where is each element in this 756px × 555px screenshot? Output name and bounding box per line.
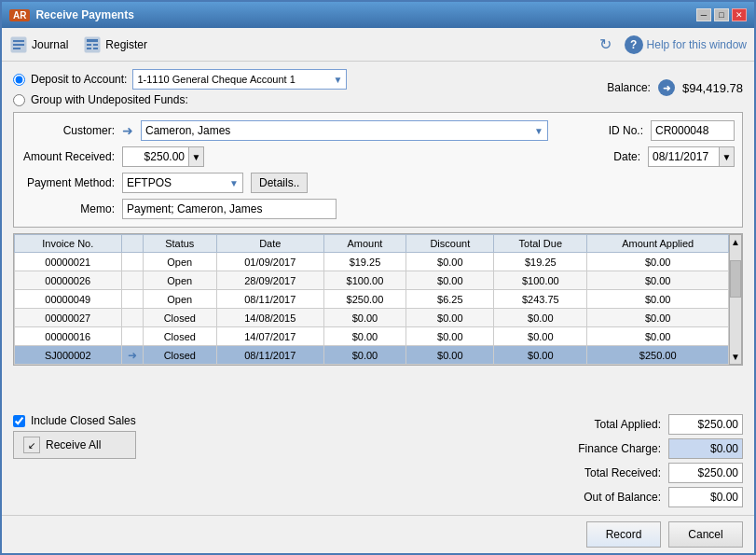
cell-invoice: 00000026 (15, 271, 122, 290)
customer-dropdown[interactable]: Cameron, James ▼ (141, 120, 548, 141)
deposit-section: Deposit to Account: 1-1110 General Chequ… (13, 69, 743, 106)
amount-label: Amount Received: (21, 150, 115, 163)
include-closed-checkbox[interactable] (13, 415, 25, 427)
cell-invoice: 00000027 (15, 309, 122, 327)
cell-amount-applied: $0.00 (587, 271, 729, 290)
help-icon: ? (625, 35, 643, 54)
account-value: 1-1110 General Cheque Account 1 (137, 74, 329, 85)
group-radio[interactable] (13, 94, 25, 106)
cell-date: 08/11/2017 (217, 346, 324, 365)
cell-discount: $0.00 (406, 346, 494, 365)
cell-amount-applied: $0.00 (587, 309, 729, 327)
date-input[interactable] (649, 150, 719, 163)
cell-amount: $0.00 (323, 346, 406, 365)
cell-arrow (121, 271, 143, 290)
cell-total-due: $0.00 (494, 309, 587, 327)
cell-discount: $6.25 (406, 290, 494, 309)
amount-field[interactable]: ▼ (122, 146, 204, 167)
svg-rect-7 (93, 44, 98, 46)
table-row[interactable]: 00000049 Open 08/11/2017 $250.00 $6.25 $… (15, 290, 729, 309)
table-row[interactable]: 00000026 Open 28/09/2017 $100.00 $0.00 $… (15, 271, 729, 290)
cell-amount: $0.00 (323, 309, 406, 327)
refresh-button[interactable]: ↻ (595, 34, 617, 56)
total-received-label: Total Received: (568, 466, 661, 479)
payment-dropdown-arrow: ▼ (229, 178, 239, 188)
finance-charge-value[interactable]: $0.00 (668, 438, 743, 459)
date-dropdown-arrow[interactable]: ▼ (719, 147, 734, 166)
svg-rect-5 (87, 39, 98, 42)
cell-status: Closed (143, 327, 217, 346)
total-applied-value: $250.00 (668, 414, 743, 435)
cell-arrow (121, 290, 143, 309)
amount-input[interactable] (123, 150, 188, 163)
include-closed-row[interactable]: Include Closed Sales (13, 414, 136, 427)
cell-arrow (121, 253, 143, 271)
scrollbar-thumb[interactable] (730, 260, 741, 298)
cell-total-due: $19.25 (494, 253, 587, 271)
group-radio-item[interactable]: Group with Undeposited Funds: (13, 93, 347, 106)
table-row[interactable]: 00000021 Open 01/09/2017 $19.25 $0.00 $1… (15, 253, 729, 271)
deposit-radio[interactable] (13, 74, 25, 86)
receive-all-label: Receive All (46, 438, 101, 451)
register-label: Register (105, 38, 147, 51)
account-dropdown[interactable]: 1-1110 General Cheque Account 1 ▼ (132, 69, 347, 90)
cell-date: 14/07/2017 (217, 327, 324, 346)
cell-status: Closed (143, 346, 217, 365)
payment-dropdown[interactable]: EFTPOS ▼ (122, 173, 243, 193)
col-arrow (121, 235, 143, 253)
date-label: Date: (613, 150, 640, 163)
cell-discount: $0.00 (406, 253, 494, 271)
memo-input[interactable] (122, 199, 337, 219)
svg-rect-8 (87, 48, 91, 49)
title-badge: AR (9, 9, 30, 21)
minimize-button[interactable]: ─ (696, 8, 711, 21)
toolbar: Journal Register ↻ ? (2, 28, 754, 62)
register-button[interactable]: Register (83, 35, 147, 54)
cell-date: 01/09/2017 (217, 253, 324, 271)
cell-total-due: $0.00 (494, 327, 587, 346)
cell-status: Closed (143, 309, 217, 327)
journal-icon (9, 35, 28, 54)
help-label: Help for this window (647, 38, 747, 51)
payment-value: EFTPOS (127, 176, 226, 189)
footer-section: Include Closed Sales ↙ Receive All Total… (13, 414, 743, 507)
cell-amount-applied: $250.00 (587, 346, 729, 365)
table-row[interactable]: SJ000002 ➜ Closed 08/11/2017 $0.00 $0.00… (15, 346, 729, 365)
cell-amount: $100.00 (323, 271, 406, 290)
svg-rect-6 (87, 44, 91, 46)
cancel-button[interactable]: Cancel (668, 521, 743, 548)
cell-amount-applied: $0.00 (587, 327, 729, 346)
total-applied-label: Total Applied: (568, 418, 661, 431)
maximize-button[interactable]: □ (714, 8, 729, 21)
receive-all-button[interactable]: ↙ Receive All (13, 431, 136, 459)
details-button[interactable]: Details.. (251, 173, 308, 193)
cell-date: 28/09/2017 (217, 271, 324, 290)
date-field[interactable]: ▼ (648, 146, 735, 167)
cell-invoice: 00000049 (15, 290, 122, 309)
table-section: Invoice No. Status Date Amount Discount … (13, 233, 743, 405)
cell-arrow (121, 309, 143, 327)
cell-arrow: ➜ (121, 346, 143, 365)
receive-all-icon: ↙ (23, 437, 40, 453)
col-total-due: Total Due (494, 235, 587, 253)
amount-dropdown-arrow[interactable]: ▼ (188, 147, 203, 166)
customer-nav-icon[interactable]: ➜ (122, 123, 133, 138)
cell-amount-applied: $0.00 (587, 253, 729, 271)
deposit-radio-item[interactable]: Deposit to Account: 1-1110 General Chequ… (13, 69, 347, 90)
journal-button[interactable]: Journal (9, 35, 68, 54)
col-amount: Amount (323, 235, 406, 253)
cell-invoice: 00000021 (15, 253, 122, 271)
close-button[interactable]: ✕ (732, 8, 747, 21)
payment-label: Payment Method: (21, 176, 115, 189)
scrollbar[interactable]: ▲ ▼ (729, 234, 742, 365)
help-button[interactable]: ? Help for this window (625, 35, 747, 54)
total-received-value: $250.00 (668, 463, 743, 483)
cell-discount: $0.00 (406, 309, 494, 327)
record-button[interactable]: Record (586, 521, 661, 548)
cell-amount: $250.00 (323, 290, 406, 309)
col-amount-applied: Amount Applied (587, 235, 729, 253)
table-row[interactable]: 00000016 Closed 14/07/2017 $0.00 $0.00 $… (15, 327, 729, 346)
table-row[interactable]: 00000027 Closed 14/08/2015 $0.00 $0.00 $… (15, 309, 729, 327)
bottom-bar: Record Cancel (2, 515, 754, 553)
id-input[interactable] (651, 120, 735, 141)
